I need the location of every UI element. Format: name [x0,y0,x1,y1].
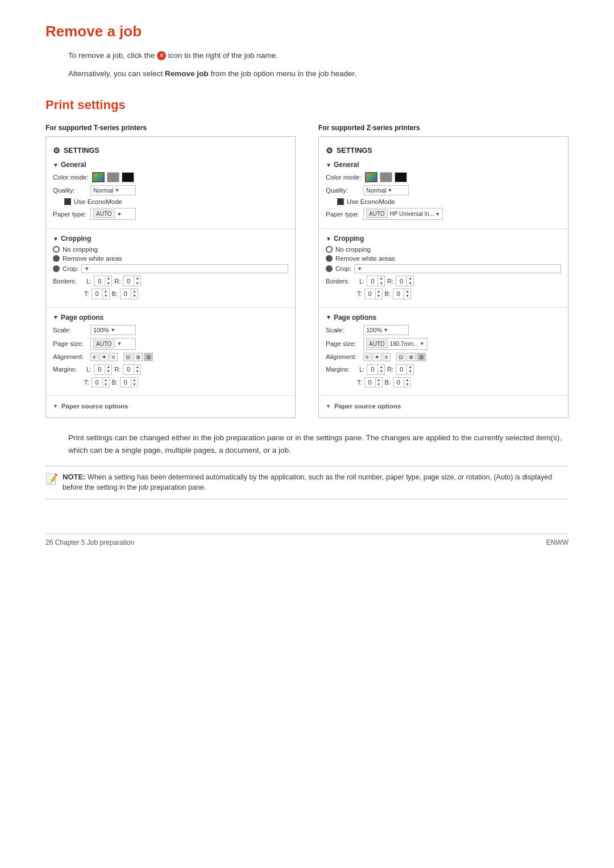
z-margins-t-down[interactable]: ▼ [376,382,382,387]
z-borders-t-down[interactable]: ▼ [376,294,382,298]
t-borders-l-spinner[interactable]: 0 ▲ ▼ [94,276,112,286]
z-margins-t-up[interactable]: ▲ [376,378,382,382]
t-borders-r-btns[interactable]: ▲ ▼ [134,276,140,286]
z-margins-r-up[interactable]: ▲ [407,365,413,369]
t-borders-b-btns[interactable]: ▲ ▼ [131,289,138,299]
t-scale-select[interactable]: 100% ▼ [90,325,136,335]
t-align-v1[interactable]: ⊟ [123,353,132,361]
t-margins-r-btns[interactable]: ▲ ▼ [134,365,140,374]
t-color-black-icon[interactable] [122,172,134,182]
t-remove-white-radio[interactable] [53,255,60,262]
t-borders-t-down[interactable]: ▼ [103,294,109,298]
z-scale-select[interactable]: 100% ▼ [363,325,409,335]
t-page-options-toggle[interactable]: ▼ Page options [53,314,288,322]
z-borders-t-up[interactable]: ▲ [376,289,382,294]
t-cropping-toggle[interactable]: ▼ Cropping [53,235,288,243]
t-borders-t-up[interactable]: ▲ [103,289,109,294]
z-crop-radio[interactable] [326,265,333,272]
z-margins-b-up[interactable]: ▲ [404,378,410,382]
z-margins-l-down[interactable]: ▼ [378,369,384,374]
z-page-size-select[interactable]: AUTO 180.7mm... ▼ [363,338,428,350]
t-quality-select[interactable]: Normal ▼ [90,185,136,195]
z-cropping-toggle[interactable]: ▼ Cropping [326,235,561,243]
z-paper-type-select[interactable]: AUTO HP Universal In... ▼ [363,208,443,220]
z-borders-r-down[interactable]: ▼ [407,281,413,286]
t-align-center[interactable]: ✦ [99,353,109,361]
t-paper-source-toggle[interactable]: ▼ Paper source options [46,399,295,412]
t-margins-b-up[interactable]: ▲ [131,378,138,382]
t-align-v3[interactable]: ⊞ [144,353,153,361]
t-margins-r-spinner[interactable]: 0 ▲ ▼ [123,364,141,375]
t-page-size-select[interactable]: AUTO ▼ [90,338,136,350]
z-color-gray-icon[interactable] [380,172,392,182]
t-paper-type-select[interactable]: AUTO ▼ [90,208,136,220]
t-borders-b-down[interactable]: ▼ [131,294,138,298]
z-page-options-toggle[interactable]: ▼ Page options [326,314,561,322]
z-align-v2[interactable]: ⊕ [406,353,416,361]
z-align-left[interactable]: ≡ [363,353,371,361]
z-margins-l-up[interactable]: ▲ [378,365,384,369]
t-margins-b-down[interactable]: ▼ [131,382,138,387]
t-color-gray-icon[interactable] [107,172,119,182]
t-margins-t-btns[interactable]: ▲ ▼ [102,378,109,387]
t-margins-l-btns[interactable]: ▲ ▼ [105,365,111,374]
t-margins-b-btns[interactable]: ▲ ▼ [131,378,138,387]
z-align-right[interactable]: ≡ [383,353,391,361]
t-margins-b-spinner[interactable]: 0 ▲ ▼ [120,377,138,388]
t-margins-l-down[interactable]: ▼ [105,369,111,374]
t-margins-l-up[interactable]: ▲ [105,365,111,369]
t-borders-l-up[interactable]: ▲ [105,276,111,281]
t-borders-t-btns[interactable]: ▲ ▼ [102,289,109,299]
t-borders-l-btns[interactable]: ▲ ▼ [105,276,111,286]
t-align-v2[interactable]: ⊕ [134,353,143,361]
z-borders-l-btns[interactable]: ▲ ▼ [377,276,384,286]
z-paper-source-toggle[interactable]: ▼ Paper source options [319,399,568,412]
z-color-black-icon[interactable] [395,172,407,182]
z-margins-l-btns[interactable]: ▲ ▼ [377,365,384,374]
t-margins-l-spinner[interactable]: 0 ▲ ▼ [94,364,112,375]
t-borders-r-spinner[interactable]: 0 ▲ ▼ [123,276,141,286]
t-margins-t-spinner[interactable]: 0 ▲ ▼ [92,377,110,388]
z-align-center[interactable]: ✦ [372,353,381,361]
t-align-right[interactable]: ≡ [110,353,118,361]
z-margins-b-down[interactable]: ▼ [404,382,410,387]
t-borders-b-spinner[interactable]: 0 ▲ ▼ [120,289,138,299]
z-borders-r-up[interactable]: ▲ [407,276,413,281]
z-margins-r-btns[interactable]: ▲ ▼ [406,365,413,374]
z-borders-b-up[interactable]: ▲ [404,289,410,294]
z-general-toggle[interactable]: ▼ General [326,161,561,169]
z-quality-select[interactable]: Normal ▼ [363,185,409,195]
t-margins-r-up[interactable]: ▲ [134,365,140,369]
z-margins-r-spinner[interactable]: 0 ▲ ▼ [396,364,414,375]
z-econoMode-checkbox[interactable] [337,198,344,205]
t-borders-l-down[interactable]: ▼ [105,281,111,286]
z-margins-b-spinner[interactable]: 0 ▲ ▼ [393,377,411,388]
z-borders-r-btns[interactable]: ▲ ▼ [406,276,413,286]
t-borders-r-down[interactable]: ▼ [134,281,140,286]
t-econoMode-checkbox[interactable] [64,198,71,205]
z-margins-t-spinner[interactable]: 0 ▲ ▼ [364,377,383,388]
z-borders-b-down[interactable]: ▼ [404,294,410,298]
t-borders-r-up[interactable]: ▲ [134,276,140,281]
z-color-full-icon[interactable] [365,172,377,182]
z-borders-r-spinner[interactable]: 0 ▲ ▼ [396,276,414,286]
z-borders-l-down[interactable]: ▼ [378,281,384,286]
z-borders-t-spinner[interactable]: 0 ▲ ▼ [364,289,383,299]
z-no-cropping-radio[interactable] [326,246,333,253]
z-borders-b-btns[interactable]: ▲ ▼ [404,289,410,299]
z-margins-r-down[interactable]: ▼ [407,369,413,374]
z-borders-l-up[interactable]: ▲ [378,276,384,281]
z-borders-b-spinner[interactable]: 0 ▲ ▼ [393,289,411,299]
t-color-full-icon[interactable] [92,172,105,182]
z-margins-l-spinner[interactable]: 0 ▲ ▼ [367,364,385,375]
z-align-v1[interactable]: ⊟ [396,353,405,361]
t-general-toggle[interactable]: ▼ General [53,161,288,169]
z-align-v3[interactable]: ⊞ [417,353,426,361]
z-margins-b-btns[interactable]: ▲ ▼ [404,378,410,387]
t-margins-t-up[interactable]: ▲ [103,378,109,382]
t-borders-t-spinner[interactable]: 0 ▲ ▼ [92,289,110,299]
t-align-left[interactable]: ≡ [90,353,98,361]
t-margins-r-down[interactable]: ▼ [134,369,140,374]
t-margins-t-down[interactable]: ▼ [103,382,109,387]
z-borders-l-spinner[interactable]: 0 ▲ ▼ [367,276,385,286]
